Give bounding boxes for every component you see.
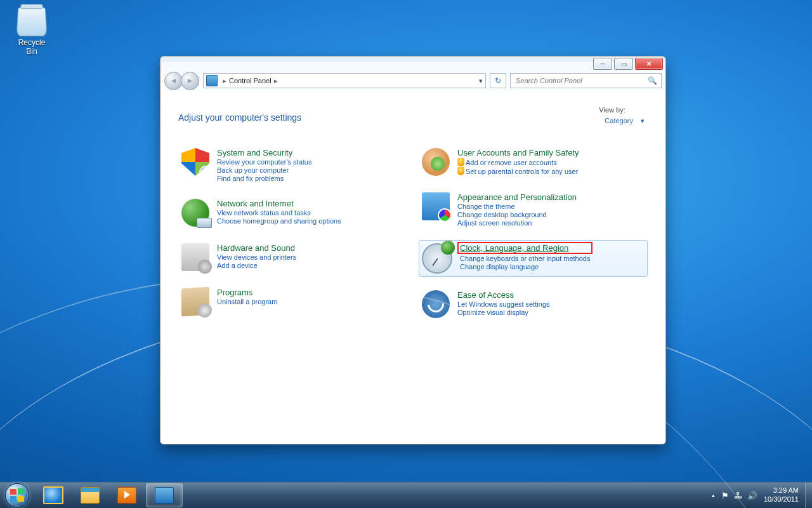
- category-network-internet[interactable]: Network and Internet View network status…: [178, 196, 407, 230]
- view-by-value[interactable]: Category ▾: [601, 114, 648, 128]
- shield-icon: [181, 148, 209, 176]
- category-link[interactable]: Adjust screen resolution: [457, 219, 577, 227]
- tray-overflow-button[interactable]: ▴: [712, 492, 715, 498]
- category-title[interactable]: User Accounts and Family Safety: [457, 148, 579, 157]
- volume-icon[interactable]: 🔊: [747, 491, 757, 500]
- media-player-icon: [117, 487, 136, 504]
- category-title[interactable]: Clock, Language, and Region: [460, 243, 568, 253]
- category-programs[interactable]: Programs Uninstall a program: [178, 284, 407, 319]
- svg-rect-3: [18, 496, 24, 502]
- taskbar[interactable]: ▴ ⚑ 🖧 🔊 3:29 AM 10/30/2011: [0, 482, 812, 508]
- system-tray: ▴ ⚑ 🖧 🔊 3:29 AM 10/30/2011: [712, 483, 805, 508]
- search-input[interactable]: [514, 76, 648, 85]
- category-title[interactable]: Network and Internet: [217, 199, 341, 208]
- start-button[interactable]: [0, 483, 34, 508]
- box-icon: [181, 286, 209, 316]
- control-panel-window: ─ ▭ ✕ ◄ ► ▸ Control Panel ▸ ▾ ↻ 🔍: [160, 56, 666, 444]
- accessibility-icon: [422, 290, 450, 318]
- category-user-accounts[interactable]: User Accounts and Family Safety Add or r…: [419, 145, 648, 179]
- task-buttons: [34, 483, 184, 508]
- category-link[interactable]: Review your computer's status: [217, 158, 311, 166]
- nav-toolbar: ◄ ► ▸ Control Panel ▸ ▾ ↻ 🔍: [160, 70, 665, 91]
- titlebar[interactable]: ─ ▭ ✕: [160, 57, 665, 70]
- category-link[interactable]: Choose homegroup and sharing options: [217, 217, 341, 225]
- recycle-bin[interactable]: Recycle Bin: [13, 6, 51, 56]
- breadcrumb-control-panel[interactable]: Control Panel: [229, 77, 272, 84]
- category-link[interactable]: View devices and printers: [217, 253, 296, 261]
- clock-icon: [422, 243, 452, 274]
- windows-orb-icon: [5, 483, 29, 507]
- forward-button[interactable]: ►: [181, 72, 199, 90]
- category-link[interactable]: Let Windows suggest settings: [457, 300, 550, 308]
- category-title[interactable]: Programs: [217, 288, 277, 297]
- recycle-bin-icon: [16, 8, 47, 37]
- search-box[interactable]: 🔍: [510, 73, 662, 88]
- category-link[interactable]: Uninstall a program: [217, 298, 277, 305]
- close-button[interactable]: ✕: [635, 58, 663, 70]
- category-title[interactable]: System and Security: [217, 148, 311, 157]
- flag-icon[interactable]: ⚑: [721, 491, 729, 500]
- category-link[interactable]: Change keyboards or other input methods: [460, 255, 590, 262]
- category-link[interactable]: Change display language: [460, 263, 590, 271]
- svg-rect-2: [10, 496, 16, 502]
- category-link[interactable]: Add or remove user accounts: [457, 158, 579, 166]
- category-hardware-sound[interactable]: Hardware and Sound View devices and prin…: [178, 240, 407, 274]
- category-appearance[interactable]: Appearance and Personalization Change th…: [419, 189, 648, 230]
- folder-icon: [81, 487, 100, 504]
- network-icon[interactable]: 🖧: [734, 491, 742, 500]
- annotation-highlight: Clock, Language, and Region: [457, 242, 593, 254]
- category-link[interactable]: Back up your computer: [217, 166, 311, 174]
- globe-icon: [181, 199, 209, 227]
- category-link[interactable]: Change the theme: [457, 203, 577, 210]
- left-column: System and Security Review your computer…: [178, 145, 407, 321]
- uac-shield-icon: [457, 167, 464, 175]
- chevron-down-icon: ▾: [641, 117, 645, 125]
- category-link[interactable]: Add a device: [217, 262, 296, 269]
- control-panel-icon: [206, 75, 218, 86]
- tray-clock[interactable]: 3:29 AM 10/30/2011: [764, 486, 799, 504]
- refresh-button[interactable]: ↻: [490, 73, 506, 88]
- task-control-panel[interactable]: [146, 483, 183, 507]
- minimize-button[interactable]: ─: [593, 58, 612, 70]
- control-panel-icon: [155, 487, 174, 504]
- category-link[interactable]: Optimize visual display: [457, 309, 550, 316]
- right-column: User Accounts and Family Safety Add or r…: [419, 145, 648, 321]
- breadcrumb-sep-icon: ▸: [223, 77, 226, 85]
- svg-rect-0: [10, 489, 16, 495]
- ie-icon: [43, 486, 63, 504]
- task-media-player[interactable]: [109, 484, 145, 507]
- category-title[interactable]: Ease of Access: [457, 290, 550, 300]
- people-icon: [422, 148, 450, 176]
- category-clock-language-region[interactable]: Clock, Language, and Region Change keybo…: [419, 240, 648, 277]
- view-by-label: View by:: [599, 106, 625, 114]
- category-link[interactable]: Find and fix problems: [217, 175, 311, 182]
- category-system-security[interactable]: System and Security Review your computer…: [178, 145, 407, 185]
- task-explorer[interactable]: [72, 484, 108, 507]
- category-title[interactable]: Appearance and Personalization: [457, 192, 577, 202]
- printer-icon: [181, 243, 209, 271]
- monitor-icon: [422, 192, 450, 220]
- search-icon[interactable]: 🔍: [648, 76, 657, 85]
- view-by-control[interactable]: View by: Category ▾: [599, 106, 648, 128]
- recycle-bin-label: Recycle Bin: [13, 38, 51, 56]
- content-area: Adjust your computer's settings View by:…: [160, 91, 665, 444]
- maximize-button[interactable]: ▭: [614, 58, 633, 70]
- category-link[interactable]: Change desktop background: [457, 211, 577, 218]
- category-link[interactable]: View network status and tasks: [217, 209, 341, 217]
- uac-shield-icon: [457, 158, 464, 166]
- address-dropdown-icon[interactable]: ▾: [479, 77, 483, 85]
- category-title[interactable]: Hardware and Sound: [217, 243, 296, 253]
- address-bar[interactable]: ▸ Control Panel ▸ ▾: [203, 73, 486, 88]
- show-desktop-button[interactable]: [805, 483, 812, 508]
- svg-rect-1: [18, 488, 24, 495]
- tray-time: 3:29 AM: [764, 486, 799, 495]
- page-title: Adjust your computer's settings: [178, 112, 301, 123]
- category-link[interactable]: Set up parental controls for any user: [457, 167, 579, 175]
- task-ie[interactable]: [36, 484, 71, 507]
- category-ease-of-access[interactable]: Ease of Access Let Windows suggest setti…: [419, 287, 648, 321]
- breadcrumb-sep-icon[interactable]: ▸: [274, 77, 278, 85]
- back-button[interactable]: ◄: [164, 72, 183, 90]
- tray-date: 10/30/2011: [764, 495, 799, 504]
